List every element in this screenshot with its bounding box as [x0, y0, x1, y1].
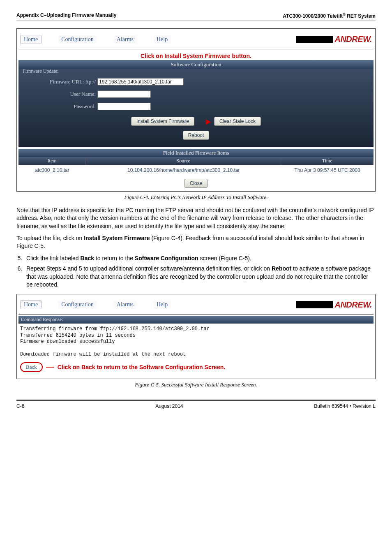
install-system-firmware-button[interactable]: Install System Firmware [131, 117, 194, 126]
software-configuration-bar: Software Configuration [18, 60, 374, 69]
firmware-url-label: Firmware URL: ftp:// [46, 79, 96, 85]
firmware-url-input[interactable] [97, 78, 184, 86]
command-response-text: Transferring firmware from ftp://192.168… [18, 324, 374, 359]
step-5: Click the link labeled Back to return to… [24, 254, 376, 263]
logo-text-2: ANDREW. [334, 300, 372, 310]
paragraph-upload: To upload the file, click on Install Sys… [16, 234, 376, 250]
cell-time: Thu Apr 3 09:57:45 UTC 2008 [281, 166, 374, 174]
col-source-header: Source [86, 157, 281, 165]
tab-help-2[interactable]: Help [153, 301, 171, 309]
command-response-bar: Command Response: [18, 316, 374, 324]
logo-text: ANDREW. [334, 35, 372, 44]
cell-item: atc300_2.10.tar [18, 166, 86, 174]
andrew-logo-2: ANDREW. [296, 300, 372, 310]
firmware-update-legend: Firmware Update: [21, 68, 60, 74]
tab-alarms[interactable]: Alarms [113, 35, 137, 44]
password-input[interactable] [97, 103, 151, 110]
red-arrow-icon: ▶ [206, 118, 211, 125]
install-firmware-callout: Click on Install System Firmware button. [18, 53, 374, 59]
tab-configuration-2[interactable]: Configuration [58, 301, 97, 309]
step-6: Repeat Steps 4 and 5 to upload additiona… [24, 265, 376, 289]
username-input[interactable] [97, 90, 151, 98]
logo-bar-icon-2 [296, 301, 333, 308]
callout-line-icon [46, 367, 54, 368]
table-row: atc300_2.10.tar 10.104.200.16/home/hardw… [18, 165, 374, 176]
cell-source: 10.104.200.16/home/hardware/tmp/atc300_2… [86, 166, 281, 174]
andrew-logo: ANDREW. [296, 35, 372, 44]
paragraph-ip-note: Note that this IP address is specific fo… [16, 206, 376, 230]
page-footer: C-6 August 2014 Bulletin 639544 • Revisi… [16, 400, 376, 409]
clear-stale-lock-button[interactable]: Clear Stale Lock [214, 117, 261, 126]
steps-list: Click the link labeled Back to return to… [24, 254, 376, 289]
back-button[interactable]: Back [20, 362, 43, 372]
figure-c5-caption: Figure C-5. Successful Software Install … [16, 382, 376, 388]
footer-center: August 2014 [155, 403, 183, 409]
col-item-header: Item [18, 157, 86, 165]
footer-right: Bulletin 639544 • Revision L [314, 403, 376, 409]
header-right: ATC300-1000/2000 Teletilt® RET System [283, 12, 376, 19]
figure-c5-screenshot: Home Configuration Alarms Help ANDREW. C… [16, 294, 376, 379]
logo-bar-icon [296, 36, 333, 43]
close-button[interactable]: Close [184, 179, 208, 188]
page-header: Appendix C–Uploading Firmware Manually A… [16, 12, 376, 21]
footer-left: C-6 [16, 403, 24, 409]
username-label: User Name: [46, 91, 96, 97]
back-callout: Click on Back to return to the Software … [58, 364, 225, 370]
reboot-button[interactable]: Reboot [183, 131, 210, 140]
table-header-row: Item Source Time [18, 157, 374, 165]
firmware-items-title: Field Installed Firmware Items [18, 149, 374, 157]
tab-alarms-2[interactable]: Alarms [113, 301, 137, 309]
tab-home[interactable]: Home [20, 35, 42, 44]
tab-home-2[interactable]: Home [20, 300, 42, 309]
tab-help[interactable]: Help [153, 35, 171, 44]
nav-tabs: Home Configuration Alarms Help ANDREW. [18, 30, 374, 46]
password-label: Password: [46, 103, 96, 110]
nav-tabs-2: Home Configuration Alarms Help ANDREW. [18, 296, 374, 312]
tab-configuration[interactable]: Configuration [58, 35, 97, 44]
header-left: Appendix C–Uploading Firmware Manually [16, 12, 116, 19]
firmware-update-panel: Firmware Update: Firmware URL: ftp:// Us… [18, 69, 374, 147]
figure-c4-caption: Figure C-4. Entering PC's Network IP Add… [16, 194, 376, 201]
figure-c4-screenshot: Home Configuration Alarms Help ANDREW. C… [16, 28, 376, 192]
col-time-header: Time [281, 157, 374, 165]
